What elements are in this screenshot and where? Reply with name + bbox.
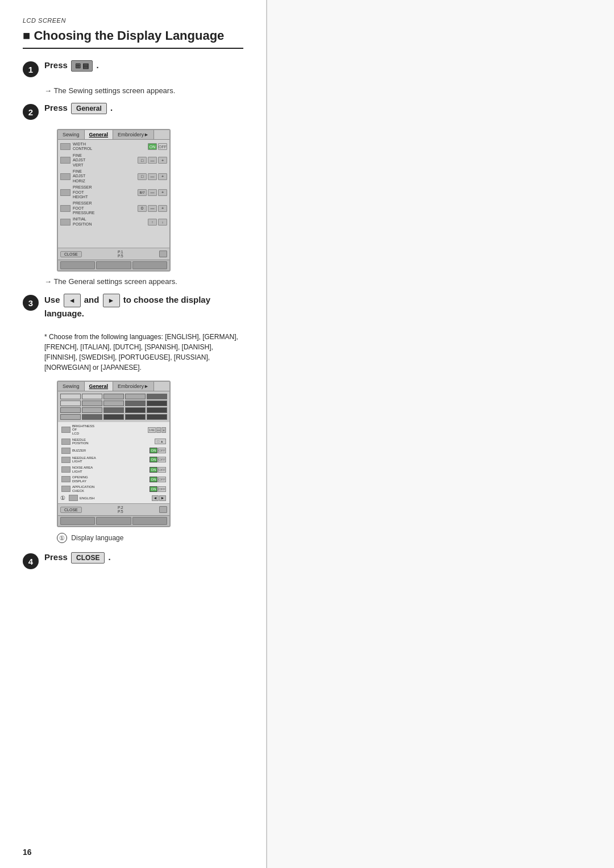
settings-button[interactable]: ⊞ ▤	[71, 60, 93, 72]
pfp-display: 0	[138, 205, 147, 212]
screen-2-page-info: P.2P.5	[118, 506, 123, 514]
noise-light-on[interactable]: ON	[150, 467, 157, 473]
step-4-content: Press CLOSE .	[44, 552, 243, 566]
pfp-minus[interactable]: —	[148, 205, 157, 212]
screen-row-adjh: FINEADJSTHORIZ □ — +	[60, 169, 167, 183]
app-icon	[61, 486, 70, 492]
pfh-plus[interactable]: +	[158, 189, 167, 196]
lang-row-english: ENGLISH ◄ ►	[68, 494, 167, 502]
toolbar2-btn-2[interactable]	[96, 517, 131, 525]
brightness-minus[interactable]: —	[156, 427, 161, 433]
ip-btn1[interactable]: ↑	[148, 219, 157, 226]
screen-mockup-2: Sewing General Embroidery►	[57, 381, 171, 528]
brightness-plus[interactable]: +	[161, 427, 166, 433]
tab-general-1[interactable]: General	[85, 130, 114, 139]
tab-general-2[interactable]: General	[85, 382, 114, 391]
step-3-bullet: Choose from the following languages: [EN…	[23, 332, 243, 373]
screen-1-space	[60, 228, 167, 245]
tab-embroidery-1[interactable]: Embroidery►	[113, 130, 154, 139]
lang-row-needle: NEEDLEPOSITION □ ▲	[60, 437, 167, 446]
buzzer-off[interactable]: OFF	[158, 448, 166, 453]
step-3-circle: 3	[23, 295, 39, 311]
adjv-plus[interactable]: +	[158, 157, 167, 164]
page-container: LCD SCREEN ■ Choosing the Display Langua…	[0, 0, 614, 868]
screen-1-nav-1[interactable]	[159, 251, 167, 257]
tab-sewing-1[interactable]: Sewing	[58, 130, 85, 139]
ip-btn2[interactable]: ↓	[158, 219, 167, 226]
step-3: 3 Use ◄ and ► to choose the display lang…	[23, 294, 243, 323]
app-off[interactable]: OFF	[158, 486, 166, 492]
adjh-plus[interactable]: +	[158, 173, 167, 180]
general-button[interactable]: General	[71, 103, 107, 114]
tab-embroidery-2[interactable]: Embroidery►	[113, 382, 154, 391]
black-square: ■	[23, 28, 30, 43]
step-1-circle: 1	[23, 61, 39, 77]
screen-2-rows: BRIGHTNESS OFLCD 14E — + NEEDLEPOSITION …	[58, 422, 169, 504]
lang-row-english-wrapper: ① ENGLISH ◄ ►	[60, 494, 167, 502]
adjh-icon	[60, 173, 70, 180]
screen-1-toolbar	[58, 260, 169, 270]
screen-row-width: WIDTHCONTROL ON OFF	[60, 142, 167, 152]
english-icon	[69, 495, 78, 501]
screen-2-nav-icons	[159, 506, 167, 513]
needle-icon	[61, 439, 70, 445]
step-4-circle: 4	[23, 553, 39, 569]
lang-row-needle-light: NEEDLE AREALIGHT ON OFF	[60, 456, 167, 464]
screen-2-footer: CLOSE P.2P.5	[58, 503, 169, 515]
off-btn-width[interactable]: OFF	[158, 143, 167, 150]
screen-2-close-btn[interactable]: CLOSE	[60, 507, 82, 513]
toolbar2-btn-3[interactable]	[132, 517, 167, 525]
toolbar-btn-1[interactable]	[60, 261, 95, 269]
screen-mockup-1: Sewing General Embroidery► WIDTHCONTROL …	[57, 129, 171, 272]
screen-2-tabs: Sewing General Embroidery►	[58, 382, 169, 391]
step-2-note: The General settings screen appears.	[23, 277, 243, 286]
main-content: LCD SCREEN ■ Choosing the Display Langua…	[0, 0, 267, 868]
needle-light-on[interactable]: ON	[150, 457, 157, 462]
screen-row-ip: INITIALPOSITION ↑ ↓	[60, 217, 167, 227]
step-3-text: Use ◄ and ► to choose the display langua…	[44, 294, 243, 320]
pfh-display: B/7	[138, 189, 147, 196]
lcd-screen-label: LCD SCREEN	[23, 17, 243, 24]
adjv-minus[interactable]: —	[148, 157, 157, 164]
toolbar-btn-2[interactable]	[96, 261, 131, 269]
lang-row-opening: OPENINGDISPLAY ON OFF	[60, 475, 167, 483]
screen-2-nav-1[interactable]	[159, 506, 167, 513]
needle-light-off[interactable]: OFF	[158, 457, 166, 462]
toolbar2-btn-1[interactable]	[60, 517, 95, 525]
screen-1-tabs: Sewing General Embroidery►	[58, 130, 169, 140]
noise-light-icon	[61, 466, 70, 473]
opening-on[interactable]: ON	[150, 477, 157, 482]
buzzer-icon	[61, 448, 70, 454]
circle-annotation-1: ①	[60, 495, 65, 501]
pfh-minus[interactable]: —	[148, 189, 157, 196]
brightness-grid	[58, 391, 169, 422]
opening-off[interactable]: OFF	[158, 477, 166, 482]
screen-1-close-btn[interactable]: CLOSE	[60, 251, 82, 257]
lang-right-btn[interactable]: ►	[159, 495, 166, 501]
lang-row-buzzer: BUZZER ON OFF	[60, 447, 167, 454]
screen-1-footer: CLOSE P.1P.5	[58, 248, 169, 260]
app-on[interactable]: ON	[150, 486, 157, 492]
brightness-display: 14E	[148, 427, 156, 433]
right-arrow-button[interactable]: ►	[103, 294, 120, 307]
tab-sewing-2[interactable]: Sewing	[58, 382, 85, 391]
toolbar-btn-3[interactable]	[132, 261, 167, 269]
lang-row-app: APPLICATIONCHECK ON OFF	[60, 485, 167, 493]
on-btn-width[interactable]: ON	[148, 143, 157, 150]
width-icon	[60, 143, 70, 150]
pfp-plus[interactable]: +	[158, 205, 167, 212]
page-number: 16	[23, 848, 32, 857]
annotation-circle: ①	[57, 533, 67, 543]
left-arrow-button[interactable]: ◄	[64, 294, 81, 307]
adjv-icon	[60, 157, 70, 164]
lang-left-btn[interactable]: ◄	[152, 495, 159, 501]
close-button[interactable]: CLOSE	[71, 552, 105, 564]
screen-row-adjv: FINEADJSTVERT □ — +	[60, 153, 167, 168]
step-1: 1 Press ⊞ ▤ .	[23, 60, 243, 77]
annotation-line: ① Display language	[23, 533, 243, 543]
buzzer-on[interactable]: ON	[150, 448, 157, 453]
screen-1-body: WIDTHCONTROL ON OFF FINEADJSTVERT □ — +	[58, 140, 169, 248]
adjv-display: □	[138, 157, 147, 164]
adjh-minus[interactable]: —	[148, 173, 157, 180]
noise-light-off[interactable]: OFF	[158, 467, 166, 473]
